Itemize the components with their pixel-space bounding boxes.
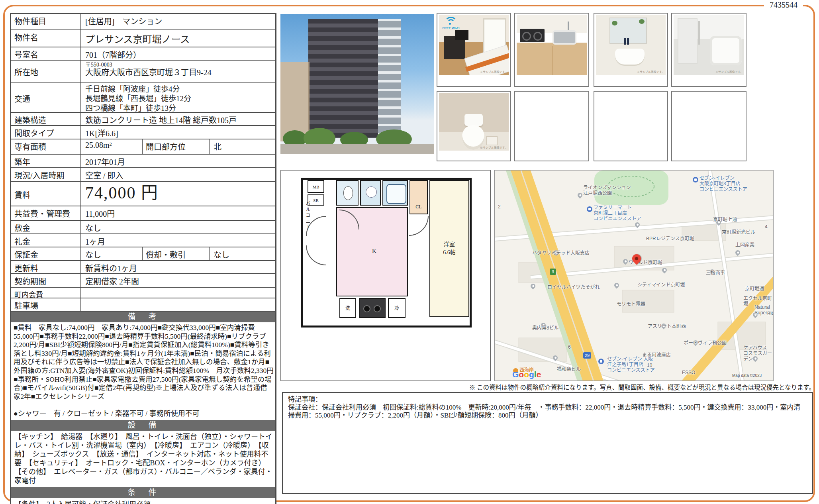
row-value: 新賃料の1ヶ月 [81,261,275,273]
row-label: 更新料 [11,261,81,273]
map-label: ファミリーマート 京町堀三丁目店 コンビニエンスストア [594,205,641,222]
transit-line: 千日前線「阿波座」徒歩4分 [85,84,274,94]
rent-value: 74,000 円 [81,182,275,206]
bathtub [710,36,742,65]
row-value: なし [81,247,142,260]
sample-watermark: ※サンプル画像です。 [480,145,507,149]
remarks-header: 備 考 [11,312,275,322]
floorplan-washbasin [360,180,381,206]
row-value: 2017年01月 [81,155,275,167]
sample-watermark: ※サンプル画像です。 [637,70,664,74]
remarks-text: ■賃料 家具なし:74,000円 家具あり:74,000円■鍵交換代33,000… [11,322,275,408]
row-label: 専有面積 [11,139,81,154]
building-exterior-photo [280,14,434,154]
sink [553,30,576,45]
map-label: ロイヤルハイツたそがれ [547,284,600,290]
row-value: [住居用] マンション [81,14,275,29]
floorplan-fridge: 冷 [388,298,406,318]
property-detail-table: 物件種目 [住居用] マンション 物件名 プレサンス京町堀ノース 号室名 701… [10,13,276,504]
route-shield-29: 29 [583,352,591,359]
row-value: 空室 / 即入 [81,168,275,181]
map-label: ハタヤリミテッド大阪支店 [532,250,590,256]
photo-washbasin: ※サンプル画像です。 [594,13,668,87]
map-attribution: Map data ©2023 [732,373,762,378]
table-row: 交通 千日前線「阿波座」徒歩4分 長堀鶴見線「西長堀」徒歩12分 四つ橋線「本町… [11,83,275,113]
table-row: 駐車場 [11,298,275,312]
convenience-store-icon [587,206,592,212]
postal-code: 〒550-0003 [85,62,274,68]
table-row: 共益費・管理費 11,000円 [11,206,275,221]
convenience-store-icon [693,177,698,182]
floorplan-bath [382,180,408,206]
row-label: 礼金 [11,234,81,247]
google-map: ライオンズマンション 江戸堀西公園 セブン-イレブン 大阪京町堀3丁目店 コンビ… [494,170,774,381]
photo-bathroom: ※サンプル画像です。 [671,13,747,87]
street [280,144,434,154]
row-label: 間取タイプ [11,126,81,139]
row-value: 鉄筋コンクリート造 地上14階 総戸数105戸 [81,113,275,125]
map-label: 4 [765,224,768,229]
table-row: 敷金 なし [11,221,275,234]
map-label: BIO- [767,311,774,316]
floorplan-washer: 洗 [339,298,356,318]
plant [612,21,617,25]
photo-bedroom: FREE Wi-Fi ※サンプル画像です。 [437,13,511,87]
gas-stove [520,29,545,42]
row-label: 町内会費 [11,288,81,298]
transit-line: 四つ橋線「本町」徒歩13分 [85,104,274,113]
google-logo: Google [512,370,541,379]
map-label: ライオンズマンション 江戸堀西公園 [583,185,631,196]
row-value: 1K[洋6.6] [81,126,275,139]
row-value: プレサンス京町堀ノース [81,30,275,47]
table-row: 更新料 新賃料の1ヶ月 [11,261,275,274]
map-label: セブン-イレブン 大阪 江之子島1丁目店 コンビニエンスストア [607,356,655,373]
photo-placeholder [594,91,668,161]
special-notes-body: 保証会社：保証会社利用必須 初回保証料:総賃料の100% 更新時:20,000円… [288,404,807,420]
map-label: ケアハウス コスモスガーデン [743,345,773,362]
row-value: 千日前線「阿波座」徒歩4分 長堀鶴見線「西長堀」徒歩12分 四つ橋線「本町」徒歩… [81,83,275,112]
row-label: 保証金 [11,247,81,260]
table-row: 礼金 1ヶ月 [11,234,275,247]
table-row: 所在地 〒550-0003 大阪府大阪市西区京町堀３丁目9-24 [11,61,275,83]
row-label: 賃料 [11,182,81,206]
map-label: セブン-イレブン 大阪京町堀3丁目店 コンビニエンスストア [699,175,747,192]
table-row: 現況/入居時期 空室 / 即入 [11,168,275,182]
disclaimer-note: ※ この資料は物件の概略紹介資料になります。写真、間取図面、設備、概要などが現況… [303,382,815,391]
photo-placeholder [514,91,589,161]
sample-watermark: ※サンプル画像です。 [715,70,743,74]
row-label-2: 償却・敷引 [142,247,210,260]
table-row: 号室名 701（7階部分） [11,47,275,61]
table-row: 保証金 なし 償却・敷引 なし [11,247,275,261]
map-label: 京町堀上通 [713,217,737,222]
shower-hose [698,21,700,45]
row-value-2: 北 [210,139,275,154]
plant [639,19,645,24]
row-label: 契約期間 [11,274,81,287]
remarks-shower-line: ●シャワー 有 / クローゼット / 楽器不可 / 事務所使用不可 [11,408,275,420]
row-label: 共益費・管理費 [11,206,81,220]
row-value [81,288,275,298]
special-notes-title: 特記事項： [288,396,807,404]
row-label: 交通 [11,83,81,112]
conditions-text: 【条件】 2人入居可能・保証会社利用必須 [11,498,275,504]
map-label: 6 [568,344,571,350]
row-label: 号室名 [11,47,81,60]
map-label: BPRレジデンス京町堀 [646,236,694,241]
photo-placeholder [671,91,747,161]
row-value: 定期借家 2年間 [81,274,275,287]
table-row: 専有面積 25.08m² 開口部方位 北 [11,139,275,155]
row-label: 駐車場 [11,298,81,311]
toilet-tank [464,114,483,126]
row-label-2: 開口部方位 [142,139,210,154]
row-label: 物件種目 [11,14,81,29]
equipment-text: 【キッチン】 給湯器 【水廻り】 風呂・トイレ・洗面台（独立）・シャワートイレ・… [11,431,275,487]
floorplan-closet: CL [410,180,428,214]
table-row: 築年 2017年01月 [11,155,275,168]
document-number: 7435544 [764,0,803,10]
table-row: 賃料 74,000 円 [11,182,275,206]
adjacent-building [280,62,310,141]
map-label: 三桜商事 [706,270,725,276]
floorplan-box: MB SB CL 洋室 6.6帖 K 洗 冷 バルコニー [280,170,491,381]
row-label: 敷金 [11,221,81,233]
table-row: 建築構造 鉄筋コンクリート造 地上14階 総戸数105戸 [11,113,275,126]
